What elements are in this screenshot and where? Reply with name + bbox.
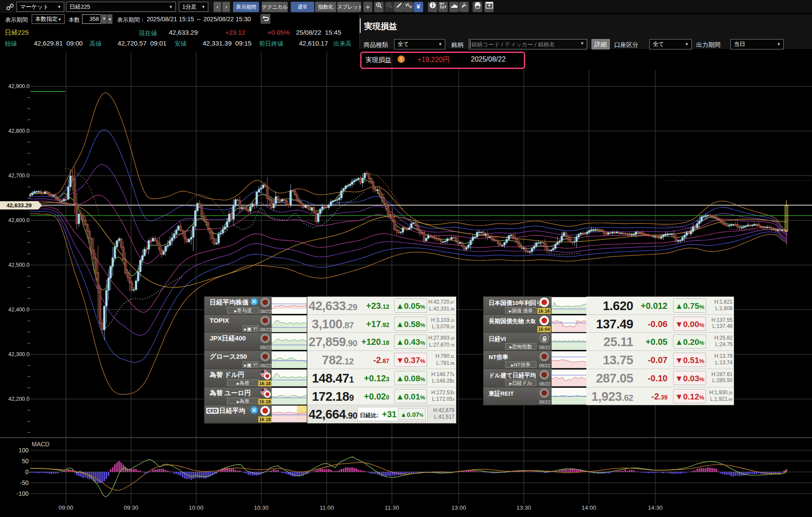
svg-text:09:30: 09:30 [124,504,138,511]
svg-text:42,300.0: 42,300.0 [8,351,30,357]
svg-text:42,400.0: 42,400.0 [8,307,30,313]
svg-text:42,800.0: 42,800.0 [8,128,30,134]
svg-text:42,500.0: 42,500.0 [8,262,30,268]
svg-text:MACD: MACD [32,441,49,448]
svg-text:-100: -100 [16,490,29,497]
svg-text:-50: -50 [20,479,29,486]
svg-text:14:30: 14:30 [648,504,663,511]
svg-text:50: 50 [22,458,29,465]
svg-text:11:00: 11:00 [320,504,334,511]
svg-text:14:00: 14:00 [582,504,596,511]
svg-text:42,900.0: 42,900.0 [8,83,30,89]
svg-text:10:00: 10:00 [189,504,204,511]
svg-text:MY: MY [440,2,444,6]
svg-text:42,633.29: 42,633.29 [7,202,32,209]
svg-text:42,600.0: 42,600.0 [8,217,30,223]
svg-text:10:30: 10:30 [254,504,269,511]
svg-text:42,200.0: 42,200.0 [8,396,30,402]
svg-text:0: 0 [25,468,29,475]
svg-text:13:30: 13:30 [516,504,531,511]
svg-text:13:00: 13:00 [451,504,466,511]
svg-text:09:00: 09:00 [59,504,73,511]
svg-text:42,700.0: 42,700.0 [8,173,30,179]
svg-text:11:30: 11:30 [385,504,399,511]
svg-text:100: 100 [19,447,29,454]
